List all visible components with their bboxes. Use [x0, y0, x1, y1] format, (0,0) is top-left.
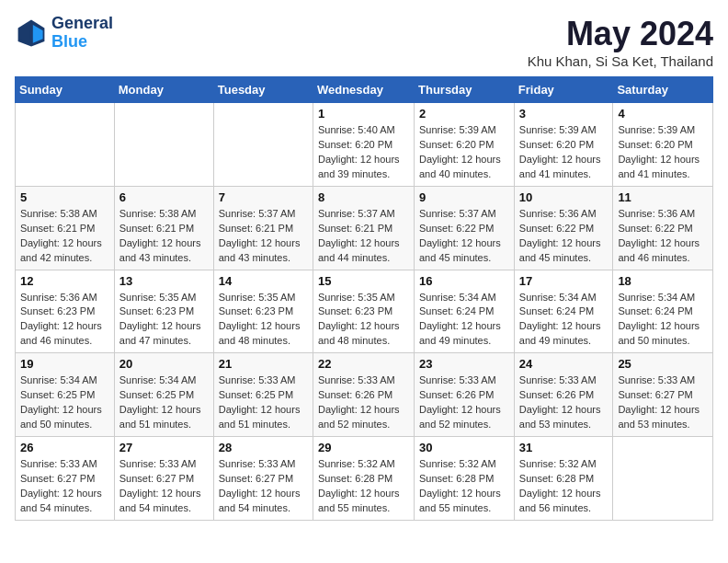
- day-number: 27: [119, 441, 209, 454]
- calendar-cell: 18 Sunrise: 5:34 AMSunset: 6:24 PMDaylig…: [613, 270, 713, 353]
- calendar-cell: 4 Sunrise: 5:39 AMSunset: 6:20 PMDayligh…: [613, 103, 713, 187]
- header: General Blue May 2024 Khu Khan, Si Sa Ke…: [15, 15, 713, 69]
- day-number: 13: [119, 274, 209, 288]
- day-detail: Sunrise: 5:33 AMSunset: 6:27 PMDaylight:…: [20, 457, 109, 516]
- day-number: 16: [419, 274, 509, 288]
- calendar-cell: [114, 103, 213, 187]
- weekday-header-wednesday: Wednesday: [313, 77, 414, 103]
- calendar-cell: 5 Sunrise: 5:38 AMSunset: 6:21 PMDayligh…: [16, 186, 115, 270]
- day-detail: Sunrise: 5:34 AMSunset: 6:25 PMDaylight:…: [20, 373, 109, 432]
- calendar-cell: 23 Sunrise: 5:33 AMSunset: 6:26 PMDaylig…: [415, 353, 515, 437]
- calendar-cell: 14 Sunrise: 5:35 AMSunset: 6:23 PMDaylig…: [213, 270, 313, 353]
- calendar-cell: 3 Sunrise: 5:39 AMSunset: 6:20 PMDayligh…: [514, 103, 613, 187]
- day-detail: Sunrise: 5:33 AMSunset: 6:25 PMDaylight:…: [219, 373, 308, 432]
- day-detail: Sunrise: 5:39 AMSunset: 6:20 PMDaylight:…: [519, 123, 609, 182]
- calendar-cell: 15 Sunrise: 5:35 AMSunset: 6:23 PMDaylig…: [313, 270, 414, 353]
- day-number: 23: [419, 357, 509, 371]
- calendar-week-2: 5 Sunrise: 5:38 AMSunset: 6:21 PMDayligh…: [16, 186, 713, 270]
- calendar-cell: 12 Sunrise: 5:36 AMSunset: 6:23 PMDaylig…: [16, 270, 115, 353]
- day-number: 17: [519, 274, 609, 288]
- day-detail: Sunrise: 5:37 AMSunset: 6:22 PMDaylight:…: [419, 207, 509, 266]
- weekday-header-row: SundayMondayTuesdayWednesdayThursdayFrid…: [16, 77, 713, 103]
- day-detail: Sunrise: 5:34 AMSunset: 6:24 PMDaylight:…: [519, 291, 609, 350]
- calendar-cell: 19 Sunrise: 5:34 AMSunset: 6:25 PMDaylig…: [16, 353, 115, 437]
- day-detail: Sunrise: 5:38 AMSunset: 6:21 PMDaylight:…: [119, 207, 209, 266]
- weekday-header-monday: Monday: [114, 77, 213, 103]
- day-detail: Sunrise: 5:39 AMSunset: 6:20 PMDaylight:…: [419, 123, 509, 182]
- day-detail: Sunrise: 5:36 AMSunset: 6:22 PMDaylight:…: [618, 207, 708, 266]
- calendar-cell: 20 Sunrise: 5:34 AMSunset: 6:25 PMDaylig…: [114, 353, 213, 437]
- calendar-cell: 13 Sunrise: 5:35 AMSunset: 6:23 PMDaylig…: [114, 270, 213, 353]
- calendar-cell: 8 Sunrise: 5:37 AMSunset: 6:21 PMDayligh…: [313, 186, 414, 270]
- logo: General Blue: [15, 15, 113, 52]
- day-detail: Sunrise: 5:35 AMSunset: 6:23 PMDaylight:…: [318, 291, 409, 350]
- day-detail: Sunrise: 5:33 AMSunset: 6:27 PMDaylight:…: [119, 457, 209, 516]
- weekday-header-thursday: Thursday: [415, 77, 515, 103]
- day-number: 21: [219, 357, 308, 371]
- day-detail: Sunrise: 5:35 AMSunset: 6:23 PMDaylight:…: [119, 291, 209, 350]
- logo-text: General Blue: [51, 15, 113, 52]
- day-number: 22: [318, 357, 409, 371]
- day-detail: Sunrise: 5:36 AMSunset: 6:22 PMDaylight:…: [519, 207, 609, 266]
- calendar-cell: 10 Sunrise: 5:36 AMSunset: 6:22 PMDaylig…: [514, 186, 613, 270]
- title-section: May 2024 Khu Khan, Si Sa Ket, Thailand: [528, 15, 713, 69]
- calendar-cell: 11 Sunrise: 5:36 AMSunset: 6:22 PMDaylig…: [613, 186, 713, 270]
- weekday-header-saturday: Saturday: [613, 77, 713, 103]
- calendar-cell: 29 Sunrise: 5:32 AMSunset: 6:28 PMDaylig…: [313, 437, 414, 521]
- day-number: 11: [618, 190, 708, 204]
- day-detail: Sunrise: 5:34 AMSunset: 6:24 PMDaylight:…: [419, 291, 509, 350]
- day-number: 3: [519, 107, 609, 121]
- calendar-cell: 21 Sunrise: 5:33 AMSunset: 6:25 PMDaylig…: [213, 353, 313, 437]
- calendar-cell: 31 Sunrise: 5:32 AMSunset: 6:28 PMDaylig…: [514, 437, 613, 521]
- weekday-header-tuesday: Tuesday: [213, 77, 313, 103]
- day-number: 20: [119, 357, 209, 371]
- calendar-cell: 22 Sunrise: 5:33 AMSunset: 6:26 PMDaylig…: [313, 353, 414, 437]
- day-number: 6: [119, 190, 209, 204]
- day-number: 7: [219, 190, 308, 204]
- calendar-week-4: 19 Sunrise: 5:34 AMSunset: 6:25 PMDaylig…: [16, 353, 713, 437]
- day-detail: Sunrise: 5:37 AMSunset: 6:21 PMDaylight:…: [318, 207, 409, 266]
- calendar-cell: [16, 103, 115, 187]
- day-detail: Sunrise: 5:35 AMSunset: 6:23 PMDaylight:…: [219, 291, 308, 350]
- calendar-cell: 25 Sunrise: 5:33 AMSunset: 6:27 PMDaylig…: [613, 353, 713, 437]
- day-detail: Sunrise: 5:32 AMSunset: 6:28 PMDaylight:…: [318, 457, 409, 516]
- calendar-cell: 7 Sunrise: 5:37 AMSunset: 6:21 PMDayligh…: [213, 186, 313, 270]
- day-detail: Sunrise: 5:36 AMSunset: 6:23 PMDaylight:…: [20, 291, 109, 350]
- day-number: 1: [318, 107, 409, 121]
- day-number: 29: [318, 441, 409, 454]
- day-detail: Sunrise: 5:34 AMSunset: 6:24 PMDaylight:…: [618, 291, 708, 350]
- day-number: 31: [519, 441, 609, 454]
- day-number: 18: [618, 274, 708, 288]
- location-subtitle: Khu Khan, Si Sa Ket, Thailand: [528, 53, 713, 69]
- day-number: 25: [618, 357, 708, 371]
- day-number: 9: [419, 190, 509, 204]
- calendar-cell: [613, 437, 713, 521]
- day-detail: Sunrise: 5:32 AMSunset: 6:28 PMDaylight:…: [419, 457, 509, 516]
- day-number: 15: [318, 274, 409, 288]
- calendar-cell: 1 Sunrise: 5:40 AMSunset: 6:20 PMDayligh…: [313, 103, 414, 187]
- calendar-cell: 28 Sunrise: 5:33 AMSunset: 6:27 PMDaylig…: [213, 437, 313, 521]
- day-detail: Sunrise: 5:34 AMSunset: 6:25 PMDaylight:…: [119, 373, 209, 432]
- day-number: 19: [20, 357, 109, 371]
- day-number: 28: [219, 441, 308, 454]
- day-detail: Sunrise: 5:40 AMSunset: 6:20 PMDaylight:…: [318, 123, 409, 182]
- day-detail: Sunrise: 5:39 AMSunset: 6:20 PMDaylight:…: [618, 123, 708, 182]
- day-detail: Sunrise: 5:33 AMSunset: 6:27 PMDaylight:…: [618, 373, 708, 432]
- day-detail: Sunrise: 5:33 AMSunset: 6:26 PMDaylight:…: [519, 373, 609, 432]
- day-detail: Sunrise: 5:32 AMSunset: 6:28 PMDaylight:…: [519, 457, 609, 516]
- calendar-cell: 2 Sunrise: 5:39 AMSunset: 6:20 PMDayligh…: [415, 103, 515, 187]
- weekday-header-friday: Friday: [514, 77, 613, 103]
- calendar-cell: 16 Sunrise: 5:34 AMSunset: 6:24 PMDaylig…: [415, 270, 515, 353]
- day-number: 10: [519, 190, 609, 204]
- calendar-cell: [213, 103, 313, 187]
- calendar-cell: 27 Sunrise: 5:33 AMSunset: 6:27 PMDaylig…: [114, 437, 213, 521]
- day-number: 12: [20, 274, 109, 288]
- logo-icon: [15, 17, 48, 50]
- calendar-cell: 6 Sunrise: 5:38 AMSunset: 6:21 PMDayligh…: [114, 186, 213, 270]
- page-container: General Blue May 2024 Khu Khan, Si Sa Ke…: [15, 15, 713, 521]
- day-detail: Sunrise: 5:38 AMSunset: 6:21 PMDaylight:…: [20, 207, 109, 266]
- calendar-cell: 26 Sunrise: 5:33 AMSunset: 6:27 PMDaylig…: [16, 437, 115, 521]
- calendar-week-1: 1 Sunrise: 5:40 AMSunset: 6:20 PMDayligh…: [16, 103, 713, 187]
- day-number: 14: [219, 274, 308, 288]
- day-detail: Sunrise: 5:33 AMSunset: 6:27 PMDaylight:…: [219, 457, 308, 516]
